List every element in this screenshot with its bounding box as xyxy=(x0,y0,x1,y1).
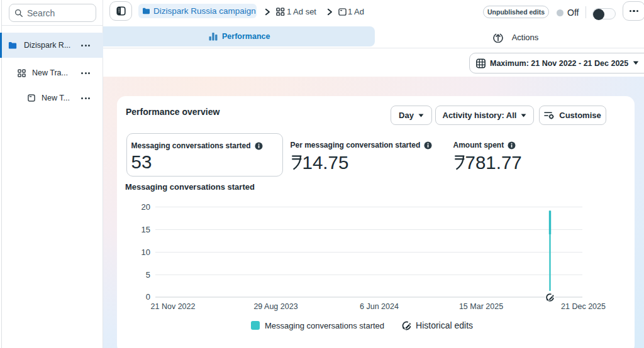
svg-text:21 Dec 2025: 21 Dec 2025 xyxy=(561,302,606,311)
svg-text:6 Jun 2024: 6 Jun 2024 xyxy=(360,302,399,311)
svg-text:15: 15 xyxy=(142,225,150,234)
svg-text:21 Nov 2022: 21 Nov 2022 xyxy=(151,302,196,311)
svg-text:29 Aug 2023: 29 Aug 2023 xyxy=(253,302,297,311)
svg-text:5: 5 xyxy=(146,270,150,280)
svg-text:0: 0 xyxy=(146,292,150,302)
svg-text:10: 10 xyxy=(142,247,150,257)
svg-text:20: 20 xyxy=(142,202,150,212)
svg-text:15 Mar 2025: 15 Mar 2025 xyxy=(459,302,503,311)
